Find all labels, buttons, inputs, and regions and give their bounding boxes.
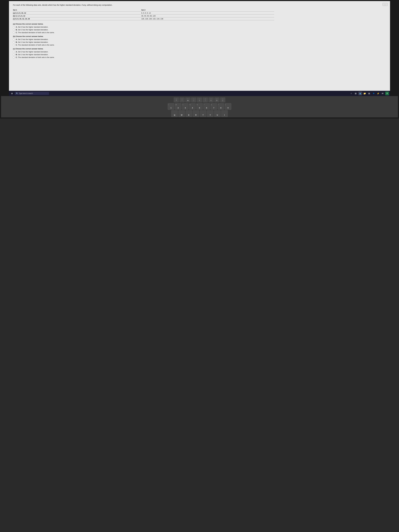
col-header-set2: Set 2 bbox=[141, 9, 274, 12]
option-letter-a-1: B. bbox=[16, 29, 17, 31]
key-3[interactable]: #3 bbox=[182, 103, 189, 110]
fn-key-f7[interactable]: f7 4- bbox=[209, 97, 214, 102]
key-1[interactable]: !1 bbox=[168, 103, 174, 110]
option-text-c-2: The standard deviation of both sets is t… bbox=[18, 56, 55, 58]
taskbar-split[interactable]: ⊞ bbox=[354, 92, 358, 95]
radio-c-1[interactable] bbox=[13, 54, 15, 56]
part-b-option-0: A.Set 2 has the higher standard deviatio… bbox=[13, 38, 386, 40]
key-8[interactable]: *8 bbox=[218, 103, 224, 110]
table-cell-set2-1: 30, 40, 50, 60, 120 bbox=[141, 14, 274, 17]
taskbar-grid[interactable]: ⊞ bbox=[367, 92, 371, 95]
part-a: (a) Choose the correct answer below.A.Se… bbox=[13, 23, 386, 33]
option-letter-c-2: C. bbox=[16, 56, 17, 58]
part-a-label: (a) Choose the correct answer below. bbox=[13, 23, 386, 25]
taskbar-onedrive[interactable]: ❖ bbox=[372, 92, 375, 95]
taskbar: ⊞ 🔍 Type here to search ○ ⊞ ◉ 📁 ⊞ ❖ ⚡ ✉ … bbox=[9, 91, 390, 96]
option-text-c-1: Set 1 has the higher standard deviation. bbox=[18, 54, 48, 56]
radio-b-1[interactable] bbox=[13, 41, 15, 43]
key-t[interactable]: T bbox=[200, 110, 206, 117]
option-letter-c-1: B. bbox=[16, 54, 17, 56]
qwerty-row: Q W E R T Y U I bbox=[1, 110, 398, 117]
number-row: !1 @2 #3 $4 %5 ^6 &7 *8 (9 bbox=[1, 103, 398, 110]
part-c-option-2: C.The standard deviation of both sets is… bbox=[13, 56, 386, 58]
radio-b-0[interactable] bbox=[13, 39, 15, 40]
windows-button[interactable]: ⊞ bbox=[10, 91, 14, 95]
more-button[interactable]: ... bbox=[382, 3, 388, 6]
parts-container: (a) Choose the correct answer below.A.Se… bbox=[13, 23, 386, 58]
option-text-a-2: The standard deviation of both sets is t… bbox=[18, 32, 55, 33]
radio-b-2[interactable] bbox=[13, 44, 15, 46]
taskbar-edge[interactable]: ◉ bbox=[358, 92, 362, 95]
taskbar-mail[interactable]: ✉ bbox=[381, 92, 385, 95]
option-letter-b-1: B. bbox=[16, 41, 17, 43]
data-table: Set 1 Set 2 (a) 6, 8, 9, 10, 12 6, 9, 9,… bbox=[13, 9, 274, 20]
key-2[interactable]: @2 bbox=[175, 103, 181, 110]
fn-key-f6[interactable]: f6 ♪ bbox=[203, 97, 208, 102]
part-c-option-1: B.Set 1 has the higher standard deviatio… bbox=[13, 54, 386, 56]
key-y[interactable]: Y bbox=[207, 110, 214, 117]
part-a-option-1: B.Set 1 has the higher standard deviatio… bbox=[13, 29, 386, 31]
table-cell-set2-0: 6, 9, 9, 9, 12 bbox=[141, 12, 274, 14]
table-row: (b) 3, 4, 5, 6, 12 30, 40, 50, 60, 120 bbox=[13, 14, 274, 17]
key-4[interactable]: $4 bbox=[189, 103, 196, 110]
option-text-c-0: Set 2 has the higher standard deviation. bbox=[18, 51, 48, 53]
radio-a-0[interactable] bbox=[13, 26, 15, 28]
part-b-label: (b) Choose the correct answer below. bbox=[13, 35, 386, 37]
taskbar-excel[interactable]: X bbox=[385, 92, 389, 95]
radio-a-1[interactable] bbox=[13, 29, 15, 31]
key-9[interactable]: (9 bbox=[225, 103, 231, 110]
main-question: For each of the following data sets, dec… bbox=[13, 4, 386, 6]
option-text-b-0: Set 2 has the higher standard deviation. bbox=[18, 38, 48, 40]
col-header-set1: Set 1 bbox=[13, 9, 141, 12]
taskbar-lightning[interactable]: ⚡ bbox=[376, 92, 380, 95]
taskbar-search[interactable]: 🔍 Type here to search bbox=[15, 92, 49, 95]
fn-key-f9[interactable]: f9 ⟨⟨ bbox=[220, 97, 225, 102]
content-area: ... For each of the following data sets,… bbox=[9, 1, 390, 91]
option-letter-c-0: A. bbox=[16, 51, 17, 53]
table-row: (c) 6, 8, 10, 12, 14, 16 126, 128, 130, … bbox=[13, 17, 274, 20]
part-c: (c) Choose the correct answer below.A.Se… bbox=[13, 48, 386, 58]
key-5[interactable]: %5 bbox=[196, 103, 203, 110]
option-letter-b-2: C. bbox=[16, 44, 17, 46]
bottom-bar bbox=[0, 119, 399, 122]
fn-key-f8[interactable]: f8 4+ bbox=[214, 97, 220, 102]
table-row: (a) 6, 8, 9, 10, 12 6, 9, 9, 9, 12 bbox=[13, 12, 274, 14]
key-6[interactable]: ^6 bbox=[203, 103, 210, 110]
key-e[interactable]: E bbox=[185, 110, 192, 117]
key-q[interactable]: Q bbox=[171, 110, 178, 117]
key-u[interactable]: U bbox=[214, 110, 221, 117]
radio-c-2[interactable] bbox=[13, 57, 15, 58]
option-letter-b-0: A. bbox=[16, 38, 17, 40]
part-c-option-0: A.Set 2 has the higher standard deviatio… bbox=[13, 51, 386, 53]
fn-key-f1[interactable]: f1 ? bbox=[174, 97, 179, 102]
fn-key-f4[interactable]: f4 □ bbox=[191, 97, 196, 102]
fn-row: f1 ? f2 * f3 ✱ f4 □ f5 ≡ f6 ♪ bbox=[1, 97, 398, 102]
option-text-a-1: Set 1 has the higher standard deviation. bbox=[18, 29, 48, 31]
part-c-label: (c) Choose the correct answer below. bbox=[13, 48, 386, 50]
taskbar-circle[interactable]: ○ bbox=[349, 92, 353, 95]
key-r[interactable]: R bbox=[193, 110, 199, 117]
table-cell-set1-0: (a) 6, 8, 9, 10, 12 bbox=[13, 12, 141, 14]
search-icon: 🔍 bbox=[16, 93, 18, 94]
key-w[interactable]: W bbox=[178, 110, 185, 117]
part-b: (b) Choose the correct answer below.A.Se… bbox=[13, 35, 386, 46]
taskbar-folder[interactable]: 📁 bbox=[363, 92, 367, 95]
part-b-option-1: B.Set 1 has the higher standard deviatio… bbox=[13, 41, 386, 43]
radio-a-2[interactable] bbox=[13, 32, 15, 33]
laptop-screen: ... For each of the following data sets,… bbox=[0, 0, 399, 119]
part-a-option-2: C.The standard deviation of both sets is… bbox=[13, 32, 386, 33]
option-text-b-1: Set 1 has the higher standard deviation. bbox=[18, 41, 48, 43]
table-cell-set1-1: (b) 3, 4, 5, 6, 12 bbox=[13, 14, 141, 17]
table-cell-set2-2: 126, 128, 130, 132, 134, 136 bbox=[141, 17, 274, 20]
fn-key-f5[interactable]: f5 ≡ bbox=[197, 97, 202, 102]
option-letter-a-0: A. bbox=[16, 26, 17, 28]
part-a-option-0: A.Set 2 has the higher standard deviatio… bbox=[13, 26, 386, 28]
table-cell-set1-2: (c) 6, 8, 10, 12, 14, 16 bbox=[13, 17, 141, 20]
key-i[interactable]: I bbox=[221, 110, 228, 117]
option-text-a-0: Set 2 has the higher standard deviation. bbox=[18, 26, 48, 28]
radio-c-0[interactable] bbox=[13, 51, 15, 53]
keyboard-area: f1 ? f2 * f3 ✱ f4 □ f5 ≡ f6 ♪ bbox=[1, 96, 398, 117]
fn-key-f2[interactable]: f2 * bbox=[179, 97, 185, 102]
key-7[interactable]: &7 bbox=[210, 103, 217, 110]
fn-key-f3[interactable]: f3 ✱ bbox=[185, 97, 190, 102]
